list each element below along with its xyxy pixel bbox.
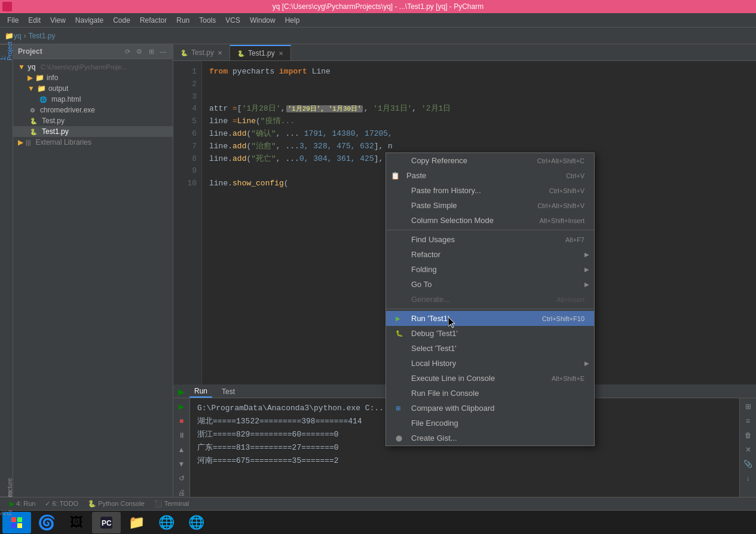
run-rerun-button[interactable]: ↺: [176, 472, 188, 484]
menu-code[interactable]: Code: [108, 15, 135, 26]
ctx-debug-test1[interactable]: 🐛 Debug 'Test1': [386, 326, 594, 341]
nav-yq[interactable]: yq: [14, 32, 22, 40]
rt-btn-6[interactable]: ↓: [742, 472, 754, 484]
window-title: yq [C:\Users\cyg\PycharmProjects\yq] - .…: [273, 2, 483, 11]
ctx-select-test1[interactable]: Select 'Test1': [386, 341, 594, 356]
nav-bar: 📁 yq › Test1.py: [0, 28, 756, 44]
rt-btn-1[interactable]: ⊞: [742, 401, 754, 413]
ctx-compare-clipboard[interactable]: ⊞ Compare with Clipboard: [386, 401, 594, 416]
tab-bar: 🐍 Test.py ✕ 🐍 Test1.py ✕: [173, 44, 756, 61]
status-terminal[interactable]: ⬛ Terminal: [149, 500, 194, 508]
create-gist-icon: ⬤: [396, 435, 408, 441]
run-up-button[interactable]: ▲: [176, 444, 188, 456]
status-todo[interactable]: ✓ 6: TODO: [40, 500, 83, 508]
tab-test1py[interactable]: 🐍 Test1.py ✕: [230, 45, 291, 60]
line-numbers: 1 2 3 4 5 6 7 8 9 10: [173, 61, 202, 385]
ctx-find-usages[interactable]: Find Usages Alt+F7: [386, 232, 594, 247]
run-output-line-5: 河南=====675=========35=======2: [197, 454, 732, 468]
taskbar-chrome-1[interactable]: 🌐: [152, 512, 180, 533]
menu-window[interactable]: Window: [245, 15, 280, 26]
run-test1-icon: ▶: [396, 315, 408, 322]
menu-run[interactable]: Run: [172, 15, 194, 26]
ctx-goto[interactable]: Go To: [386, 277, 594, 292]
ctx-local-history[interactable]: Local History: [386, 356, 594, 371]
ctx-paste-simple[interactable]: Paste Simple Ctrl+Alt+Shift+V: [386, 198, 594, 213]
status-run[interactable]: ▶ 4: Run: [5, 500, 40, 508]
ctx-create-gist[interactable]: ⬤ Create Gist...: [386, 431, 594, 445]
minimize-icon[interactable]: —: [158, 47, 168, 56]
app-icon: [2, 2, 12, 11]
tree-item-test1py[interactable]: 🐍 Test1.py: [13, 126, 173, 137]
run-down-button[interactable]: ▼: [176, 458, 188, 470]
taskbar: 🌀 🖼 PC 📁 🌐 🌐: [0, 510, 756, 534]
paste-icon: 📋: [391, 172, 403, 180]
tree-item-output[interactable]: ▼ 📁 output: [13, 83, 173, 94]
rt-btn-4[interactable]: ✕: [742, 444, 754, 456]
tree-item-testpy[interactable]: 🐍 Test.py: [13, 115, 173, 126]
tree-item-yq[interactable]: ▼ yq C:\Users\cyg\PycharmProje...: [13, 62, 173, 72]
tree-item-chromedriver[interactable]: ⚙ chromedriver.exe: [13, 105, 173, 115]
ctx-paste-history[interactable]: Paste from History... Ctrl+Shift+V: [386, 183, 594, 198]
ctx-column-selection[interactable]: Column Selection Mode Alt+Shift+Insert: [386, 213, 594, 228]
ctx-file-encoding[interactable]: File Encoding: [386, 416, 594, 431]
tree-item-info[interactable]: ▶ 📁 info: [13, 72, 173, 83]
context-menu: Copy Reference Ctrl+Alt+Shift+C 📋 Paste …: [385, 152, 595, 446]
debug-test1-icon: 🐛: [396, 330, 408, 337]
status-python-console[interactable]: 🐍 Python Console: [83, 500, 149, 508]
ctx-run-test1[interactable]: ▶ Run 'Test1' Ctrl+Shift+F10: [386, 311, 594, 326]
sync-icon[interactable]: ⟳: [123, 47, 132, 56]
ctx-copy-reference[interactable]: Copy Reference Ctrl+Alt+Shift+C: [386, 153, 594, 168]
nav-test1py[interactable]: Test1.py: [29, 32, 56, 40]
ctx-refactor[interactable]: Refactor: [386, 247, 594, 262]
run-play-button[interactable]: ▶: [176, 401, 188, 413]
menu-bar: File Edit View Navigate Code Refactor Ru…: [0, 13, 756, 28]
rt-btn-2[interactable]: ≡: [742, 415, 754, 427]
status-bar: ▶ 4: Run ✓ 6: TODO 🐍 Python Console ⬛ Te…: [0, 497, 756, 510]
ctx-folding[interactable]: Folding: [386, 262, 594, 277]
code-line-5: line =Line("疫情...: [209, 115, 749, 128]
settings-icon[interactable]: ⚙: [134, 47, 144, 56]
menu-refactor[interactable]: Refactor: [135, 15, 172, 26]
taskbar-swirl[interactable]: 🌀: [32, 512, 61, 533]
tree-item-external-libraries[interactable]: ▶ ||| External Libraries: [13, 137, 173, 148]
project-header: Project ⟳ ⚙ ⊞ —: [13, 44, 173, 59]
tab-close-test1py[interactable]: ✕: [278, 50, 283, 57]
compare-clipboard-icon: ⊞: [396, 405, 408, 411]
run-indicator: ▶: [178, 387, 185, 396]
run-tab-test[interactable]: Test: [217, 386, 240, 397]
code-line-7: line.add("治愈", ...3, 328, 475, 632], n: [209, 141, 749, 153]
run-pause-button[interactable]: ⏸: [176, 429, 188, 441]
ctx-run-file-console[interactable]: Run File in Console: [386, 386, 594, 401]
code-line-1: from pyecharts import Line: [209, 66, 749, 78]
ctx-generate: Generate... Alt+Insert: [386, 292, 594, 307]
taskbar-presentation[interactable]: 🖼: [62, 512, 91, 533]
rt-btn-3[interactable]: 🗑: [742, 429, 754, 441]
menu-vcs[interactable]: VCS: [221, 15, 245, 26]
menu-help[interactable]: Help: [280, 15, 305, 26]
menu-navigate[interactable]: Navigate: [71, 15, 108, 26]
taskbar-file-manager[interactable]: 📁: [122, 512, 151, 533]
ctx-divider-1: [386, 230, 594, 230]
code-line-2: [209, 78, 749, 91]
expand-icon[interactable]: ⊞: [146, 47, 156, 56]
nav-project-icon: 📁: [5, 32, 14, 40]
menu-view[interactable]: View: [45, 15, 71, 26]
menu-tools[interactable]: Tools: [194, 15, 221, 26]
code-line-6: line.add("确认", ... 1791, 14380, 17205,: [209, 128, 749, 141]
menu-edit[interactable]: Edit: [23, 15, 45, 26]
ctx-execute-line[interactable]: Execute Line in Console Alt+Shift+E: [386, 371, 594, 386]
run-stop-button[interactable]: ■: [176, 415, 188, 427]
ctx-paste[interactable]: 📋 Paste Ctrl+V: [386, 168, 594, 183]
tree-item-map-html[interactable]: 🌐 map.html: [13, 94, 173, 105]
taskbar-pycharm[interactable]: PC: [92, 512, 121, 533]
code-line-4: attr =['1月28日','1月29日', '1月30日', '1月31日'…: [209, 103, 749, 115]
taskbar-chrome-2[interactable]: 🌐: [182, 512, 210, 533]
project-tool-button[interactable]: 1: Project: [0, 44, 13, 57]
menu-file[interactable]: File: [2, 15, 23, 26]
tab-close-testpy[interactable]: ✕: [218, 50, 222, 56]
tab-testpy[interactable]: 🐍 Test.py ✕: [173, 45, 230, 60]
run-tab-run[interactable]: Run: [189, 386, 212, 398]
project-tree: ▼ yq C:\Users\cyg\PycharmProje... ▶ 📁 in…: [13, 59, 173, 510]
svg-rect-2: [11, 523, 16, 528]
rt-btn-5[interactable]: 📎: [742, 458, 754, 470]
